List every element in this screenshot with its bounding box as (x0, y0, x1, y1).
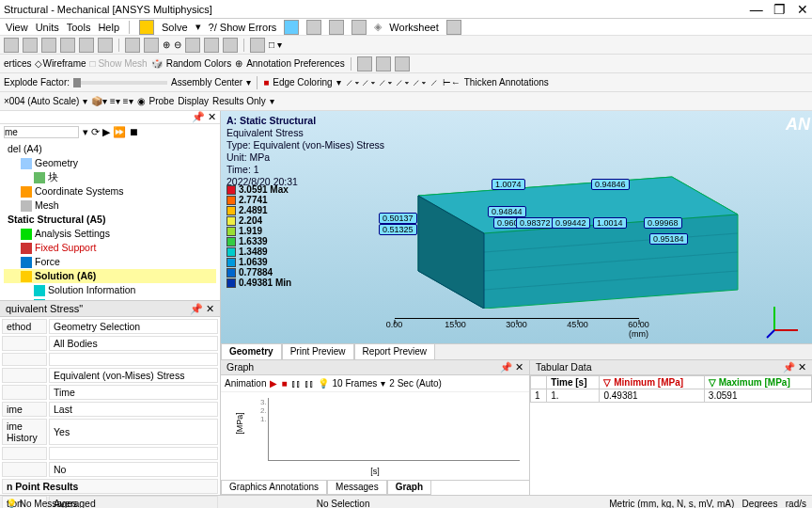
icon[interactable] (204, 38, 219, 53)
probe-label[interactable]: 1.0074 (492, 179, 525, 190)
icon[interactable] (376, 56, 391, 71)
tab-graph[interactable]: Graph (387, 481, 431, 495)
tab-print-preview[interactable]: Print Preview (282, 343, 354, 359)
solve-button[interactable]: Solve (162, 22, 188, 33)
app-title: Structural - Mechanical [ANSYS Multiphys… (4, 4, 212, 15)
graph-panel: Graph📌 ✕ Animation ▶ ■ ⫿⫿ ⫿⫿ 💡 10 Frames… (221, 360, 530, 495)
icon[interactable] (446, 20, 461, 35)
model-tree[interactable]: del (A4) Geometry 块 Coordinate Systems M… (0, 140, 220, 300)
icon[interactable] (329, 20, 344, 35)
icon[interactable] (144, 38, 159, 53)
probe-label[interactable]: 0.94844 (488, 206, 526, 217)
probe-label[interactable]: 0.51325 (379, 224, 417, 235)
icon[interactable] (395, 56, 410, 71)
outline-panel: 📌 ✕ ▾ ⟳ ▶ ⏩ ⏹ del (A4) Geometry 块 Coordi… (0, 111, 221, 495)
result-header: A: Static Structural Equivalent Stress T… (226, 115, 384, 188)
sec-dropdown[interactable]: 2 Sec (Auto) (389, 378, 442, 389)
probe-label[interactable]: 0.99968 (644, 217, 682, 229)
tabular-data-panel: Tabular Data📌 ✕ Time [s]▽ Minimum [MPa]▽… (530, 360, 812, 495)
tabular-data-table[interactable]: Time [s]▽ Minimum [MPa]▽ Maximum [MPa] 1… (530, 375, 812, 403)
probe-button[interactable]: Probe (149, 96, 175, 106)
pin-icon[interactable]: 📌 ✕ (500, 361, 523, 373)
wireframe-button[interactable]: ◇Wireframe (35, 58, 86, 69)
vertices-button[interactable]: ertices (4, 58, 31, 69)
graph-canvas[interactable]: [MPa] [s] 3.2.1. (221, 392, 529, 480)
bars-icon[interactable]: ⫿⫿ (291, 378, 301, 389)
tab-geometry[interactable]: Geometry (221, 343, 282, 359)
icon[interactable] (223, 38, 238, 53)
toolbar-display: ertices ◇Wireframe □ Show Mesh 🎲Random C… (0, 55, 812, 73)
probe-label[interactable]: 1.0014 (593, 217, 627, 229)
random-colors-button[interactable]: Random Colors (166, 58, 231, 69)
frames-dropdown[interactable]: 10 Frames (333, 378, 378, 389)
probe-label[interactable]: 0.95184 (649, 233, 688, 245)
bars2-icon[interactable]: ⫿⫿ (304, 378, 314, 389)
details-table: ethodGeometry Selection All Bodies Equiv… (0, 317, 220, 508)
viewport-3d[interactable]: A: Static Structural Equivalent Stress T… (221, 111, 812, 343)
display-label: Display (178, 96, 209, 106)
worksheet-button[interactable]: Worksheet (389, 22, 438, 33)
results-only-dropdown[interactable]: Results Only (212, 96, 266, 106)
scale-ruler: 0.00 15.00 30.00 45.00 60.00 (mm) (395, 318, 639, 319)
icon[interactable] (351, 20, 367, 35)
filter-icon[interactable] (4, 38, 19, 53)
window-controls[interactable]: — ❐ ✕ (750, 4, 808, 15)
menu-help[interactable]: Help (98, 22, 119, 33)
probe-label[interactable]: 0.94846 (591, 179, 630, 190)
icon[interactable] (250, 38, 265, 53)
show-errors-button[interactable]: ?/ Show Errors (209, 22, 277, 33)
annotation-prefs-button[interactable]: Annotation Preferences (246, 58, 345, 69)
menu-view[interactable]: View (6, 22, 28, 33)
ansys-logo: AN (786, 115, 810, 135)
expand-icon[interactable]: ▾ ⟳ ▶ ⏩ ⏹ (83, 126, 139, 138)
tab-graphics-annotations[interactable]: Graphics Annotations (221, 481, 327, 495)
bulb-icon[interactable]: 💡 (318, 378, 329, 389)
outline-header: 📌 ✕ (0, 111, 220, 124)
tab-report-preview[interactable]: Report Preview (354, 343, 435, 359)
lightning-icon[interactable] (139, 20, 154, 35)
stop-icon[interactable]: ■ (281, 378, 287, 389)
icon[interactable] (306, 20, 321, 35)
icon[interactable] (41, 38, 56, 53)
mesh-body (390, 158, 766, 309)
icon[interactable] (60, 38, 75, 53)
tab-messages[interactable]: Messages (327, 481, 387, 495)
explode-label: Explode Factor: (4, 77, 70, 87)
icon[interactable] (125, 38, 140, 53)
pin-icon[interactable]: 📌 ✕ (192, 111, 216, 123)
icon[interactable] (284, 20, 299, 35)
window-titlebar: Structural - Mechanical [ANSYS Multiphys… (0, 0, 812, 19)
thicken-button[interactable]: Thicken Annotations (464, 77, 549, 87)
color-legend: 3.0591 Max2.77412.48912.2041.9191.63391.… (226, 184, 291, 288)
icon[interactable] (98, 38, 113, 53)
menubar: View Units Tools Help Solve ▾ ?/ Show Er… (0, 19, 812, 36)
icon[interactable] (185, 38, 200, 53)
icon[interactable] (79, 38, 94, 53)
toolbar-view: ⊕⊖ □ ▾ (0, 36, 812, 55)
menu-tools[interactable]: Tools (67, 22, 91, 33)
icon[interactable] (23, 38, 38, 53)
outline-search-input[interactable] (4, 126, 79, 138)
svg-line-9 (767, 330, 774, 338)
details-title: quivalent Stress"📌 ✕ (0, 300, 220, 317)
assembly-center-dropdown[interactable]: Assembly Center (171, 77, 242, 87)
probe-label[interactable]: 0.99442 (552, 217, 590, 229)
play-icon[interactable]: ▶ (270, 378, 277, 389)
autoscale-dropdown[interactable]: ×004 (Auto Scale) (4, 96, 79, 106)
triad-icon[interactable] (765, 302, 803, 340)
explode-slider[interactable] (73, 81, 167, 85)
edge-coloring-button[interactable]: Edge Coloring (273, 77, 332, 87)
toolbar-results: ×004 (Auto Scale) ▾ 📦▾ ≡▾ ≡▾ ◉Probe Disp… (0, 92, 812, 111)
show-mesh-button[interactable]: □ Show Mesh (90, 58, 148, 69)
viewport-tabs: Geometry Print Preview Report Preview (221, 343, 812, 359)
icon[interactable] (357, 56, 372, 71)
menu-units[interactable]: Units (36, 22, 59, 33)
probe-label[interactable]: 0.50137 (379, 213, 417, 224)
probe-label[interactable]: 0.98372 (516, 217, 554, 229)
toolbar-edge: Explode Factor: Assembly Center ▾ ■Edge … (0, 73, 812, 92)
